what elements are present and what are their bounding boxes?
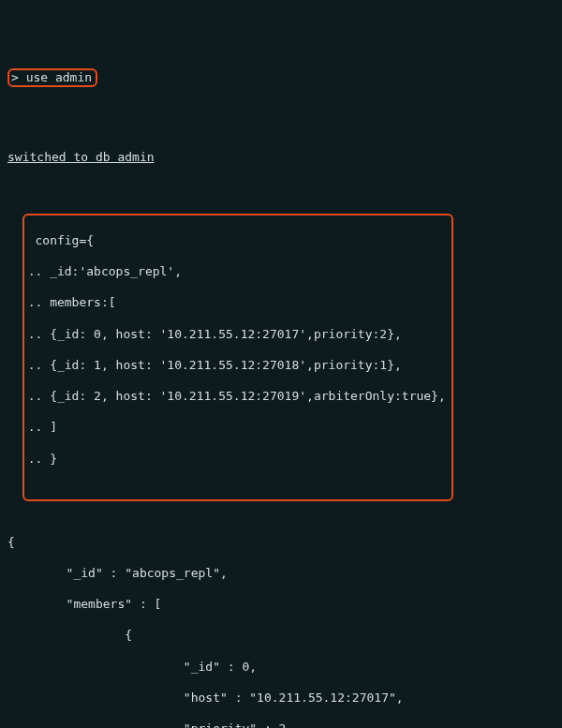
config-line: config={: [28, 233, 446, 249]
output-line: {: [7, 535, 555, 551]
output-line: "priority" : 2: [7, 721, 555, 728]
output-switched-db: switched to db admin: [7, 150, 555, 166]
cmd-use-admin: use admin: [26, 70, 92, 84]
output-line: {: [7, 628, 555, 644]
config-line: .. ]: [28, 420, 446, 436]
output-line: "members" : [: [7, 597, 555, 613]
config-line: .. _id:'abcops_repl',: [28, 264, 446, 280]
output-line: "_id" : 0,: [7, 660, 555, 676]
output-line: "host" : "10.211.55.12:27017",: [7, 691, 555, 706]
output-line: "_id" : "abcops_repl",: [7, 566, 555, 582]
prompt-symbol: >: [11, 70, 26, 84]
config-line: .. members:[: [28, 295, 446, 311]
config-line: .. {_id: 1, host: '10.211.55.12:27018',p…: [28, 358, 446, 374]
config-line: .. {_id: 0, host: '10.211.55.12:27017',p…: [28, 327, 446, 343]
terminal-output[interactable]: > use admin switched to db admin config=…: [0, 0, 562, 728]
config-line: .. }: [28, 452, 446, 468]
highlight-config-definition: config={ .. _id:'abcops_repl', .. member…: [22, 214, 453, 501]
config-line: .. {_id: 2, host: '10.211.55.12:27019',a…: [28, 389, 446, 405]
highlight-use-admin: > use admin: [7, 68, 97, 88]
